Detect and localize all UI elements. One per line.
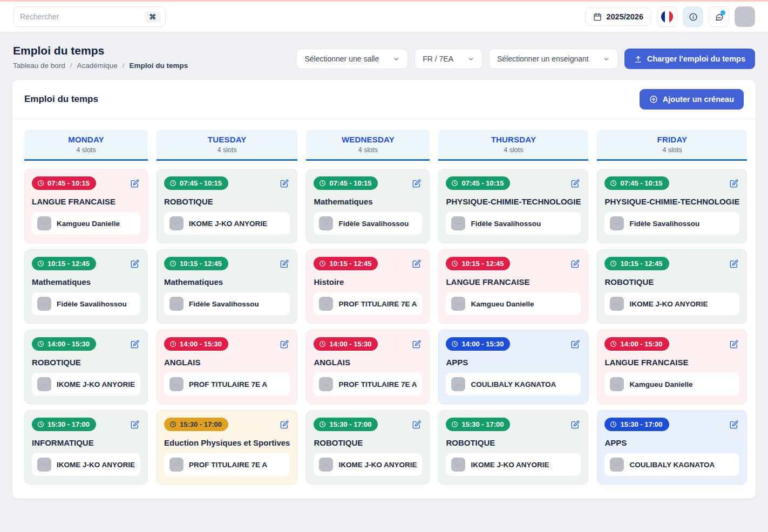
- edit-pencil-icon: [131, 260, 139, 268]
- teacher-chip[interactable]: -- IKOME J-KO ANYORIE: [446, 453, 581, 476]
- teacher-chip[interactable]: -- Kamgueu Danielle: [446, 292, 581, 315]
- school-year-selector[interactable]: 2025/2026: [585, 8, 651, 26]
- clock-icon: [610, 180, 617, 187]
- edit-slot-button[interactable]: [130, 339, 140, 350]
- edit-slot-button[interactable]: [279, 178, 290, 189]
- teacher-avatar: --: [610, 377, 624, 391]
- slot-card: 07:45 - 10:15 PHYSIQUE-CHIMIE-TECHNOLOGI…: [438, 169, 588, 243]
- teacher-avatar: --: [37, 297, 51, 311]
- teacher-chip[interactable]: -- PROF TITULAIRE 7E A: [314, 373, 422, 395]
- time-badge: 14:00 - 15:30: [604, 337, 669, 351]
- edit-pencil-icon: [412, 260, 421, 268]
- class-select[interactable]: FR / 7EA: [414, 49, 482, 69]
- edit-slot-button[interactable]: [411, 178, 422, 189]
- edit-slot-button[interactable]: [130, 419, 140, 430]
- slot-time: 14:00 - 15:30: [180, 340, 222, 348]
- slot-time: 07:45 - 10:15: [329, 179, 371, 187]
- teacher-chip[interactable]: -- Kamgueu Danielle: [604, 373, 739, 395]
- edit-slot-button[interactable]: [570, 258, 581, 269]
- edit-slot-button[interactable]: [411, 339, 422, 350]
- teacher-chip[interactable]: -- IKOME J-KO ANYORIE: [32, 453, 140, 476]
- edit-slot-button[interactable]: [411, 258, 422, 269]
- teacher-chip[interactable]: -- PROF TITULAIRE 7E A: [164, 453, 290, 476]
- day-header: FRIDAY 4 slots: [597, 130, 747, 161]
- teacher-name: IKOME J-KO ANYORIE: [57, 380, 135, 388]
- teacher-chip[interactable]: -- Fidèle Savalihossou: [32, 292, 140, 315]
- topbar: ⌘ 2025/2026 --: [0, 2, 768, 32]
- slot-time: 10:15 - 12:45: [620, 260, 662, 268]
- info-button[interactable]: [683, 6, 703, 27]
- breadcrumb-dashboard[interactable]: Tableau de bord: [13, 62, 65, 70]
- breadcrumb-separator: /: [123, 62, 125, 70]
- teacher-chip[interactable]: -- IKOME J-KO ANYORIE: [314, 453, 422, 476]
- clock-icon: [37, 421, 44, 428]
- edit-slot-button[interactable]: [729, 178, 739, 189]
- edit-slot-button[interactable]: [130, 178, 140, 189]
- clock-icon: [451, 340, 458, 347]
- teacher-avatar: --: [610, 458, 624, 472]
- time-badge: 07:45 - 10:15: [446, 176, 510, 190]
- edit-slot-button[interactable]: [279, 339, 290, 350]
- page-header: Emploi du temps Tableau de bord / Académ…: [0, 32, 768, 79]
- slot-card: 10:15 - 12:45 ROBOTIQUE -- IKOME J-KO AN…: [597, 249, 747, 324]
- day-name: FRIDAY: [597, 135, 747, 144]
- search-box[interactable]: ⌘: [13, 6, 166, 27]
- edit-slot-button[interactable]: [729, 258, 739, 269]
- edit-slot-button[interactable]: [279, 419, 290, 430]
- add-slot-button[interactable]: Ajouter un créneau: [640, 89, 744, 110]
- teacher-chip[interactable]: -- Fidèle Savalihossou: [164, 292, 290, 315]
- edit-slot-button[interactable]: [570, 178, 581, 189]
- slot-subject: ROBOTIQUE: [604, 277, 739, 287]
- slot-subject: ROBOTIQUE: [32, 358, 140, 367]
- edit-slot-button[interactable]: [570, 419, 581, 430]
- teacher-chip[interactable]: -- COULIBALY KAGNATOA: [604, 453, 739, 476]
- teacher-chip[interactable]: -- Fidèle Savalihossou: [446, 212, 581, 235]
- language-button[interactable]: [657, 6, 677, 27]
- teacher-name: Fidèle Savalihossou: [629, 220, 699, 228]
- teacher-name: IKOME J-KO ANYORIE: [471, 461, 549, 469]
- breadcrumb-separator: /: [70, 62, 72, 70]
- slot-card-top: 14:00 - 15:30: [32, 337, 140, 351]
- search-input[interactable]: [20, 12, 140, 21]
- user-avatar[interactable]: --: [735, 6, 755, 27]
- upload-timetable-button[interactable]: Charger l'emploi du temps: [624, 49, 755, 69]
- clock-icon: [610, 340, 617, 347]
- room-select-value: Sélectionner une salle: [304, 54, 379, 63]
- filters: Sélectionner une salle FR / 7EA Sélectio…: [296, 44, 755, 69]
- edit-slot-button[interactable]: [729, 339, 739, 350]
- slot-card: 14:00 - 15:30 ANGLAIS -- PROF TITULAIRE …: [306, 330, 430, 404]
- teacher-chip[interactable]: -- Kamgueu Danielle: [32, 212, 140, 235]
- day-slot-count: 4 slots: [597, 146, 747, 154]
- edit-slot-button[interactable]: [570, 339, 581, 350]
- teacher-chip[interactable]: -- PROF TITULAIRE 7E A: [314, 292, 422, 315]
- time-badge: 14:00 - 15:30: [164, 337, 228, 351]
- teacher-select[interactable]: Sélectionner un enseignant: [489, 49, 618, 69]
- teacher-chip[interactable]: -- COULIBALY KAGNATOA: [446, 373, 581, 395]
- french-flag-icon: [661, 11, 673, 23]
- teacher-chip[interactable]: -- Fidèle Savalihossou: [314, 212, 422, 235]
- clock-icon: [37, 340, 44, 347]
- edit-slot-button[interactable]: [729, 419, 739, 430]
- teacher-chip[interactable]: -- Fidèle Savalihossou: [604, 212, 739, 235]
- teacher-chip[interactable]: -- PROF TITULAIRE 7E A: [164, 373, 290, 395]
- teacher-chip[interactable]: -- IKOME J-KO ANYORIE: [604, 292, 739, 315]
- messages-button[interactable]: [709, 6, 729, 27]
- day-column: WEDNESDAY 4 slots 07:45 - 10:15 Mathemat…: [306, 130, 430, 485]
- teacher-chip[interactable]: -- IKOME J-KO ANYORIE: [164, 212, 290, 235]
- slot-time: 10:15 - 12:45: [47, 260, 90, 268]
- teacher-avatar: --: [451, 458, 465, 472]
- edit-pencil-icon: [571, 340, 580, 349]
- clock-icon: [319, 180, 326, 187]
- clock-icon: [169, 260, 176, 267]
- breadcrumb-academique[interactable]: Académique: [77, 62, 118, 70]
- teacher-chip[interactable]: -- IKOME J-KO ANYORIE: [32, 373, 140, 395]
- edit-pencil-icon: [571, 420, 580, 429]
- edit-slot-button[interactable]: [279, 258, 290, 269]
- edit-slot-button[interactable]: [411, 419, 422, 430]
- time-badge: 10:15 - 12:45: [604, 257, 669, 270]
- edit-slot-button[interactable]: [130, 258, 140, 269]
- slot-time: 14:00 - 15:30: [461, 340, 504, 348]
- room-select[interactable]: Sélectionner une salle: [296, 49, 408, 69]
- clock-icon: [169, 340, 176, 347]
- time-badge: 10:15 - 12:45: [314, 257, 378, 270]
